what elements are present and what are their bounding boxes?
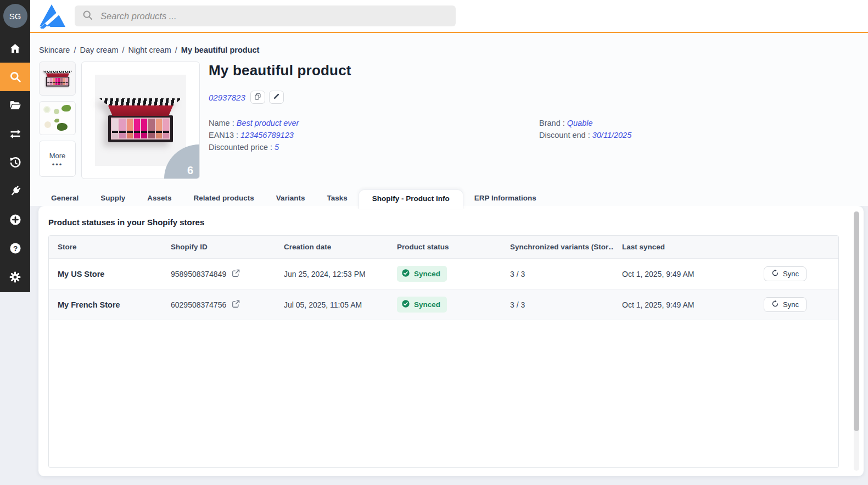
product-field: Discounted price : 5 [209,143,539,152]
palette-image-large [99,98,182,142]
more-images-button[interactable]: More ••• [39,141,76,177]
copy-icon [254,92,262,102]
external-link-icon[interactable] [231,299,240,310]
product-field: Discount end : 30/11/2025 [539,131,631,140]
sync-label: Sync [783,270,799,278]
field-value: 123456789123 [240,131,294,140]
sidebar-item-help[interactable]: ? [0,234,30,263]
product-main-image[interactable]: 6 [81,62,200,179]
creation-date: Jul 05, 2025, 11:05 AM [275,300,388,309]
plus-circle-icon [9,213,22,226]
product-thumbnail-palette[interactable] [39,62,76,96]
field-value: Best product ever [237,119,299,127]
pencil-icon [273,93,280,102]
status-badge: Synced [397,297,447,313]
product-field: EAN13 : 123456789123 [209,131,539,140]
column-header: Creation date [275,243,388,251]
product-header-section: Skincare/Day cream/Night cream/My beauti… [30,33,868,189]
shopify-id: 6029508374756 [171,300,226,309]
flatlay-image [43,106,51,113]
transfer-arrows-icon [9,127,22,141]
folder-open-icon [9,99,22,112]
breadcrumb-item: My beautiful product [181,46,260,54]
sync-label: Sync [783,300,799,309]
field-value: 30/11/2025 [592,131,632,140]
sidebar-item-search[interactable] [0,63,30,91]
tab-related-products[interactable]: Related products [183,189,265,206]
svg-text:?: ? [13,244,17,253]
sidebar-item-documents[interactable] [0,91,30,120]
tab-variants[interactable]: Variants [265,189,316,206]
product-thumbnail-flatlay[interactable] [39,101,76,135]
sidebar-item-home[interactable] [0,34,30,63]
refresh-icon [771,269,779,278]
tab-assets[interactable]: Assets [136,189,182,206]
tab-supply[interactable]: Supply [89,189,136,206]
field-label: Discount end : [539,131,592,140]
tab-general[interactable]: General [40,189,89,206]
search-input[interactable] [99,10,449,22]
column-header: Product status [388,243,501,251]
sidebar-nav-bottom: ? [0,177,30,291]
tab-bar: GeneralSupplyAssetsRelated productsVaria… [30,189,868,206]
panel-scrollbar[interactable] [854,211,859,471]
product-info: My beautiful product 02937823 Name : Bes… [209,62,868,179]
help-circle-icon: ? [9,242,22,255]
tab-shopify-product-info[interactable]: Shopify - Product info [359,189,463,209]
sidebar-item-settings[interactable] [0,263,30,291]
more-label: More [49,152,66,160]
global-search[interactable] [75,5,456,26]
synced-variants: 3 / 3 [501,300,613,309]
refresh-icon [771,300,779,309]
store-name: My French Store [49,300,162,309]
tab-tasks[interactable]: Tasks [316,189,358,206]
field-label: Brand : [539,119,567,127]
product-fields-left: Name : Best product everEAN13 : 12345678… [209,119,539,152]
scrollbar-thumb[interactable] [854,211,859,431]
column-header: Shopify ID [162,243,275,251]
sidebar-item-transfers[interactable] [0,120,30,148]
shopify-id: 9589508374849 [171,270,226,278]
table-row: My US Store 9589508374849 Jun 25, 2024, … [49,259,838,289]
page-title: My beautiful product [209,62,868,79]
table-header: StoreShopify IDCreation dateProduct stat… [49,236,838,259]
topbar [30,0,868,33]
sync-button[interactable]: Sync [764,266,807,281]
main-image-canvas [95,75,186,166]
quable-logo[interactable] [40,3,66,29]
breadcrumb-item[interactable]: Skincare [39,46,70,54]
plug-icon [9,185,22,198]
sidebar-item-add[interactable] [0,205,30,234]
external-link-icon[interactable] [231,269,240,280]
tab-erp-informations[interactable]: ERP Informations [463,189,547,206]
palette-image [43,71,72,87]
breadcrumb-item[interactable]: Day cream [80,46,118,54]
shopify-panel: Product statuses in your Shopify stores … [38,206,864,476]
product-fields-right: Brand : QuableDiscount end : 30/11/2025 [539,119,631,152]
stores-table: StoreShopify IDCreation dateProduct stat… [48,235,839,468]
table-row: My French Store 6029508374756 Jul 05, 20… [49,289,838,320]
sync-button[interactable]: Sync [764,297,807,312]
table-body: My US Store 9589508374849 Jun 25, 2024, … [49,259,838,320]
product-field: Brand : Quable [539,119,631,127]
breadcrumb-item[interactable]: Night cream [128,46,171,54]
ellipsis-icon: ••• [52,164,63,166]
creation-date: Jun 25, 2024, 12:53 PM [275,270,388,278]
search-icon [9,70,22,83]
sidebar-item-integrations[interactable] [0,177,30,205]
product-id: 02937823 [209,93,245,102]
last-synced: Oct 1, 2025, 9:49 AM [613,270,755,278]
field-label: EAN13 : [209,131,240,140]
status-label: Synced [414,300,440,309]
history-icon [9,156,22,169]
store-name: My US Store [49,270,162,278]
field-value: 5 [275,143,279,152]
breadcrumb-separator: / [74,46,76,54]
avatar[interactable]: SG [3,4,27,28]
copy-id-button[interactable] [250,91,265,104]
breadcrumb-separator: / [122,46,125,54]
sidebar-item-history[interactable] [0,148,30,177]
edit-id-button[interactable] [269,91,284,104]
main-content: Skincare/Day cream/Night cream/My beauti… [30,33,868,485]
field-value: Quable [567,119,593,127]
